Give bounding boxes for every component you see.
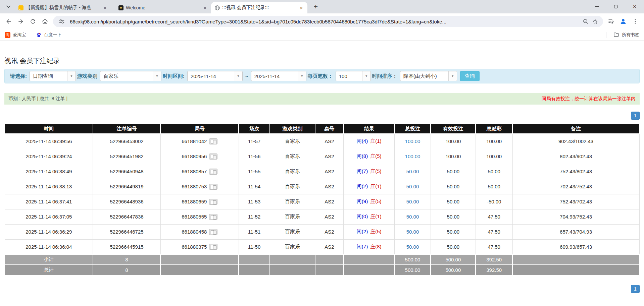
tab-welcome[interactable]: Welcome × [115,2,211,13]
tab-bet-records-active[interactable]: :::视讯 会员下注纪录::: × [211,2,307,13]
cell-remark: 609.93/657.43 [512,239,639,254]
result-banker[interactable]: 庄(1) [370,183,381,189]
view-cards-icon[interactable] [209,154,217,160]
total-bet-link[interactable]: 50.00 [406,199,419,204]
view-cards-icon[interactable] [209,244,217,250]
view-cards-icon[interactable] [209,184,217,190]
date-from-value: 2025-11-14 [188,71,234,81]
chevron-down-icon[interactable]: ▼ [153,71,161,81]
tab-forum-post[interactable]: 【新提醒】杨雪儿的帖子 - 海燕 × [15,2,111,13]
maximize-button[interactable] [606,0,625,13]
date-from-select[interactable]: 2025-11-14 ▼ [187,71,243,81]
result-player[interactable]: 闲(8) [357,153,368,159]
chevron-down-icon[interactable]: ▼ [298,71,306,81]
view-cards-icon[interactable] [209,229,217,235]
cell-remark: 704.93/752.43 [512,209,639,224]
result-banker[interactable]: 庄(5) [370,198,381,204]
total-valid-bet: 500.00 [431,265,476,275]
page-size-select[interactable]: 100 ▼ [336,71,371,81]
sort-select[interactable]: 降幂(由大到小) ▼ [400,71,457,81]
minimize-button[interactable] [588,0,606,13]
window-controls: × [588,0,644,13]
result-player[interactable]: 闲(7) [357,244,368,249]
zoom-indicator-icon[interactable] [581,17,590,26]
folder-icon [613,32,619,38]
chevron-down-icon[interactable]: ▼ [362,71,370,81]
cell-game-type: 百家乐 [270,224,315,239]
site-info-icon[interactable] [57,17,66,26]
tab-search-chevron-icon[interactable] [3,2,13,12]
result-player[interactable]: 闲(7) [357,168,368,174]
address-bar[interactable]: 66cxkj98.com/ipl/portal.php/game/betreco… [53,16,603,27]
total-bet-link[interactable]: 50.00 [406,184,419,189]
table-row: 2025-11-14 06:38:49 522966450948 6618808… [5,164,639,179]
table-row: 2025-11-14 06:38:13 522966449819 6618807… [5,179,639,194]
all-bookmarks-label: 所有书签 [622,32,639,38]
tab-close-icon[interactable]: × [102,4,108,11]
page-1-button[interactable]: 1 [631,112,640,120]
total-bet-link[interactable]: 100.00 [405,138,420,144]
result-banker[interactable]: 庄(1) [370,213,381,219]
taobao-icon: 淘 [5,32,10,38]
date-to-select[interactable]: 2025-11-14 ▼ [251,71,306,81]
result-banker[interactable]: 庄(5) [370,153,381,159]
result-banker[interactable]: 庄(8) [370,244,381,249]
view-cards-icon[interactable] [209,169,217,175]
cell-result: 闲(4)庄(1) [344,134,395,149]
view-cards-icon[interactable] [209,199,217,205]
page-1-button[interactable]: 1 [631,285,640,293]
cell-game-type: 百家乐 [270,239,315,254]
url-text[interactable]: 66cxkj98.com/ipl/portal.php/game/betreco… [70,19,578,24]
cell-table-no: AS2 [315,164,344,179]
bookmark-star-icon[interactable] [590,17,600,26]
reload-icon[interactable] [27,15,39,27]
total-bet-link[interactable]: 50.00 [406,214,419,220]
menu-kebab-icon[interactable] [629,15,641,27]
cell-total-bet: 50.00 [395,164,431,179]
result-player[interactable]: 闲(9) [357,198,368,204]
query-type-select[interactable]: 日期查询 ▼ [30,71,76,81]
cell-bet-id: 522966445915 [93,239,161,254]
new-tab-button[interactable]: + [311,2,321,12]
total-bet-link[interactable]: 100.00 [405,154,420,159]
result-banker[interactable]: 庄(1) [370,138,381,144]
back-icon[interactable] [3,15,15,27]
game-type-select[interactable]: 百家乐 ▼ [100,71,161,81]
home-icon[interactable] [39,15,51,27]
subtotal-total-bet: 500.00 [395,254,431,265]
tab-close-icon[interactable]: × [202,4,208,11]
chevron-down-icon[interactable]: ▼ [234,71,242,81]
page-size-value: 100 [336,71,362,81]
tab-close-icon[interactable]: × [298,4,305,11]
chevron-down-icon[interactable]: ▼ [448,71,457,81]
result-player[interactable]: 闲(2) [357,183,368,189]
close-window-button[interactable]: × [625,0,644,13]
total-bet-link[interactable]: 50.00 [406,169,419,174]
all-bookmarks[interactable]: 所有书签 [606,32,639,38]
cell-time: 2025-11-14 06:37:41 [5,194,93,209]
profile-avatar-icon[interactable] [617,15,629,27]
search-button[interactable]: 查询 [460,71,480,81]
page-content: 视讯 会员下注纪录 请选择: 日期查询 ▼ 游戏类别 百家乐 ▼ 时间区间: 2… [0,41,644,293]
total-bet-link[interactable]: 50.00 [406,244,419,250]
close-icon: × [633,3,636,10]
cell-payout: -50.00 [476,194,512,209]
result-player[interactable]: 闲(2) [357,229,368,234]
cell-remark: 657.43/704.93 [512,224,639,239]
result-player[interactable]: 闲(0) [357,213,368,219]
table-row: 2025-11-14 06:39:56 522966453002 6618810… [5,134,639,149]
view-cards-icon[interactable] [209,214,217,220]
view-cards-icon[interactable] [209,138,217,144]
total-bet-link[interactable]: 50.00 [406,229,419,235]
game-type-value: 百家乐 [100,71,153,81]
chevron-down-icon[interactable]: ▼ [67,71,76,81]
cell-total-bet: 50.00 [395,194,431,209]
result-player[interactable]: 闲(4) [357,138,368,144]
media-controls-icon[interactable] [605,15,617,27]
table-row: 2025-11-14 06:39:24 522966451982 6618809… [5,149,639,164]
bookmark-baidu[interactable]: 百度一下 [36,32,61,38]
bookmark-aitaobao[interactable]: 淘 爱淘宝 [5,32,26,38]
result-banker[interactable]: 庄(5) [370,229,381,234]
forward-icon[interactable] [15,15,27,27]
result-banker[interactable]: 庄(5) [370,168,381,174]
